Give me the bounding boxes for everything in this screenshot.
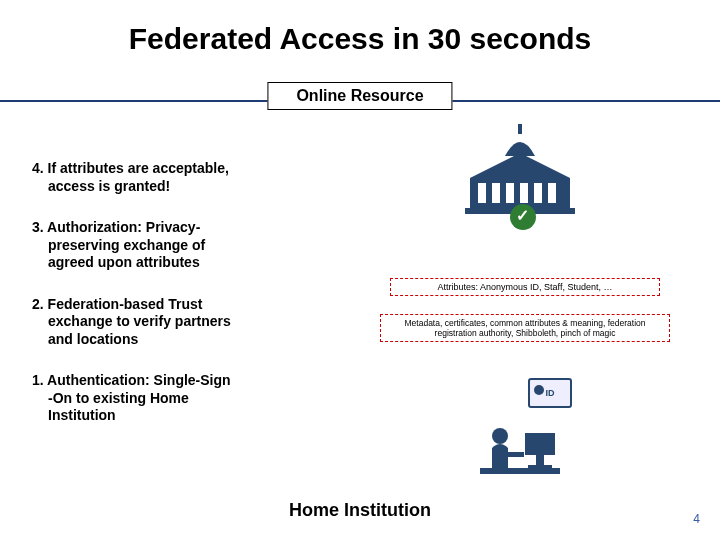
svg-rect-6	[548, 183, 556, 203]
svg-rect-11	[536, 455, 544, 465]
svg-rect-10	[525, 433, 555, 455]
step-num: 1.	[32, 372, 44, 388]
svg-marker-7	[470, 153, 570, 178]
diagram-graphic: Attributes: Anonymous ID, Staff, Student…	[380, 118, 640, 478]
step-text: and locations	[32, 331, 332, 349]
step-text: agreed upon attributes	[32, 254, 332, 272]
svg-rect-2	[492, 183, 500, 203]
step-text: preserving exchange of	[32, 237, 332, 255]
home-institution-label: Home Institution	[289, 500, 431, 521]
step-text: Authorization: Privacy-	[47, 219, 200, 235]
step-text: exchange to verify partners	[32, 313, 332, 331]
step-text: -On to existing Home	[32, 390, 332, 408]
step-4: 4. If attributes are acceptable, access …	[32, 160, 332, 195]
svg-rect-13	[480, 468, 560, 474]
id-card-label: ID	[546, 388, 555, 398]
svg-rect-4	[520, 183, 528, 203]
id-card-icon: ID	[528, 378, 572, 408]
svg-rect-15	[506, 452, 524, 457]
slide: Federated Access in 30 seconds Online Re…	[0, 0, 720, 540]
svg-rect-5	[534, 183, 542, 203]
step-3: 3. Authorization: Privacy- preserving ex…	[32, 219, 332, 272]
step-num: 2.	[32, 296, 44, 312]
step-text: If attributes are acceptable,	[48, 160, 229, 176]
svg-rect-3	[506, 183, 514, 203]
online-resource-label: Online Resource	[267, 82, 452, 110]
steps-column: 4. If attributes are acceptable, access …	[32, 160, 332, 449]
step-num: 4.	[32, 160, 44, 176]
step-1: 1. Authentication: Single-Sign -On to ex…	[32, 372, 332, 425]
user-at-computer-icon	[470, 418, 570, 488]
step-text: Authentication: Single-Sign	[47, 372, 231, 388]
svg-rect-1	[478, 183, 486, 203]
slide-title: Federated Access in 30 seconds	[0, 0, 720, 56]
checkmark-badge-icon	[510, 204, 536, 230]
step-text: access is granted!	[32, 178, 332, 196]
step-text: Institution	[32, 407, 332, 425]
svg-point-14	[492, 428, 508, 444]
institution-building-icon	[460, 118, 580, 218]
svg-rect-8	[518, 124, 522, 134]
step-2: 2. Federation-based Trust exchange to ve…	[32, 296, 332, 349]
page-number: 4	[693, 512, 700, 526]
metadata-callout: Metadata, certificates, common attribute…	[380, 314, 670, 342]
step-text: Federation-based Trust	[48, 296, 203, 312]
attributes-callout: Attributes: Anonymous ID, Staff, Student…	[390, 278, 660, 296]
step-num: 3.	[32, 219, 44, 235]
